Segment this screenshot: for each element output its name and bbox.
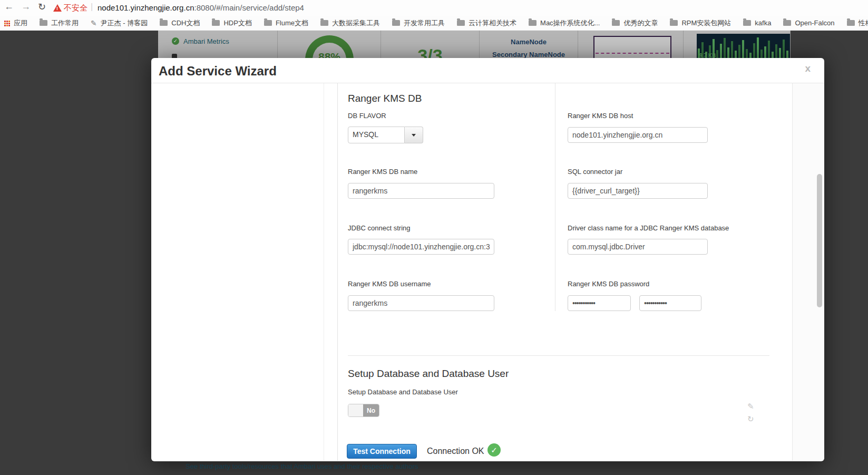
footer-third-party-link[interactable]: See third-party tools/resources that Amb…	[186, 462, 418, 470]
security-warning-label[interactable]: 不安全	[64, 3, 87, 13]
forward-icon[interactable]: →	[21, 1, 31, 12]
namenode-link[interactable]: NameNode	[480, 38, 578, 46]
folder-icon	[160, 20, 168, 26]
folder-icon	[212, 20, 220, 26]
scrollbar-thumb[interactable]	[817, 174, 822, 307]
bookmark-apps[interactable]: 应用	[4, 18, 27, 28]
folder-icon	[529, 20, 537, 26]
bar	[775, 44, 777, 58]
db-flavor-value: MYSQL	[348, 127, 405, 143]
bookmark-label: 大数据采集工具	[332, 18, 380, 28]
bookmark-item[interactable]: 工作常用	[40, 18, 79, 28]
db-username-input[interactable]	[348, 295, 494, 311]
form-column-divider	[555, 83, 555, 311]
bookmark-label: 性格测试	[859, 18, 868, 28]
db-password-confirm-input[interactable]	[639, 295, 701, 311]
db-flavor-select[interactable]: MYSQL	[348, 127, 423, 143]
bookmark-label: 尹正杰 - 博客园	[101, 18, 148, 28]
bar	[757, 37, 759, 58]
bookmark-item[interactable]: CDH文档	[160, 18, 200, 28]
address-bar[interactable]: node101.yinzhengjie.org.cn:8080/#/main/s…	[97, 3, 304, 12]
bookmark-item[interactable]: Open-Falcon	[783, 19, 834, 27]
bar	[727, 47, 729, 58]
bar	[746, 49, 748, 58]
bookmark-label: HDP文档	[223, 18, 251, 28]
section-divider	[348, 355, 769, 356]
bar	[768, 41, 770, 58]
sql-connector-jar-input[interactable]	[568, 183, 708, 199]
bookmark-item[interactable]: 云计算相关技术	[457, 18, 516, 28]
bookmark-item[interactable]: kafka	[743, 19, 771, 27]
url-separator: |	[91, 2, 93, 12]
db-host-input[interactable]	[568, 127, 708, 143]
scrollbar-track[interactable]	[792, 83, 824, 461]
bookmark-item[interactable]: 优秀的文章	[612, 18, 658, 28]
widget-bar-chart: 9.7 KB	[684, 31, 791, 58]
folder-icon	[392, 20, 400, 26]
db-username-label: Ranger KMS DB username	[348, 280, 431, 288]
folder-icon	[40, 20, 47, 26]
bookmark-label: 工作常用	[51, 18, 79, 28]
undo-refresh-icon[interactable]: ↻	[747, 414, 754, 424]
bookmark-label: 优秀的文章	[623, 18, 658, 28]
folder-icon	[320, 20, 328, 26]
db-password-input[interactable]	[568, 295, 631, 311]
bookmark-item[interactable]: ✎尹正杰 - 博客园	[91, 18, 148, 28]
bar	[779, 48, 781, 58]
bookmark-label: Flume文档	[276, 18, 308, 28]
bar	[738, 45, 740, 58]
setup-database-label: Setup Database and Database User	[348, 388, 458, 396]
bookmark-item[interactable]: HDP文档	[212, 18, 251, 28]
bookmark-item[interactable]: 开发常用工具	[392, 18, 445, 28]
bookmark-item[interactable]: Flume文档	[264, 18, 308, 28]
bookmarks-bar: 应用 工作常用✎尹正杰 - 博客园CDH文档HDP文档Flume文档大数据采集工…	[0, 16, 868, 31]
db-host-label: Ranger KMS DB host	[568, 112, 633, 120]
jdbc-connect-string-label: JDBC connect string	[348, 224, 411, 232]
bookmark-item[interactable]: Mac操作系统优化...	[529, 18, 600, 28]
widget-line-chart	[578, 31, 684, 58]
close-icon[interactable]: x	[805, 63, 811, 74]
toggle-off-label: No	[363, 404, 379, 416]
bookmark-label: 云计算相关技术	[469, 18, 516, 28]
bookmark-item[interactable]: RPM安装包网站	[670, 18, 731, 28]
user-icon	[172, 54, 177, 58]
ranger-kms-db-heading: Ranger KMS DB	[348, 93, 422, 104]
url-host: node101.yinzhengjie.org.cn	[97, 3, 194, 12]
widget-metrics-label: Ambari Metrics	[183, 37, 229, 45]
db-name-input[interactable]	[348, 183, 494, 199]
bar	[742, 40, 744, 58]
security-warning-icon[interactable]: !	[53, 4, 62, 12]
connection-status-text: Connection OK	[427, 447, 484, 456]
apps-grid-icon	[4, 20, 10, 26]
line-chart-frame	[593, 36, 671, 58]
widget-namenode-links: NameNode Secondary NameNode	[480, 31, 578, 58]
edit-pencil-icon[interactable]: ✎	[747, 402, 754, 411]
bar-chart-value: 9.7 KB	[699, 53, 716, 58]
bookmark-item[interactable]: 大数据采集工具	[320, 18, 380, 28]
bookmark-label: kafka	[755, 19, 771, 27]
bookmarks-items: 工作常用✎尹正杰 - 博客园CDH文档HDP文档Flume文档大数据采集工具开发…	[40, 18, 868, 28]
folder-icon	[264, 20, 272, 26]
reload-icon[interactable]: ↻	[38, 1, 46, 13]
bookmark-label: CDH文档	[171, 18, 200, 28]
dropdown-button[interactable]	[405, 127, 423, 143]
test-connection-button[interactable]: Test Connection	[347, 444, 417, 459]
folder-icon	[783, 20, 791, 26]
browser-toolbar: ← → ↻ ! 不安全 | node101.yinzhengjie.org.cn…	[0, 0, 868, 16]
db-name-label: Ranger KMS DB name	[348, 168, 417, 176]
setup-database-heading: Setup Database and Database User	[348, 368, 509, 380]
bookmark-label: Mac操作系统优化...	[540, 18, 600, 28]
driver-class-input[interactable]	[568, 239, 708, 255]
bar	[786, 51, 788, 58]
bookmark-item[interactable]: 性格测试	[847, 18, 868, 28]
bookmark-label: RPM安装包网站	[681, 18, 731, 28]
widget-datanodes-live: 3/3	[381, 31, 480, 58]
secondary-namenode-link[interactable]: Secondary NameNode	[480, 51, 578, 58]
jdbc-connect-string-input[interactable]	[348, 239, 494, 255]
setup-database-toggle[interactable]: No	[348, 404, 379, 417]
back-icon[interactable]: ←	[4, 1, 14, 12]
folder-icon	[612, 20, 620, 26]
gauge-value: 88%	[305, 51, 354, 58]
db-password-label: Ranger KMS DB password	[568, 280, 649, 288]
bookmark-label: 开发常用工具	[404, 18, 445, 28]
